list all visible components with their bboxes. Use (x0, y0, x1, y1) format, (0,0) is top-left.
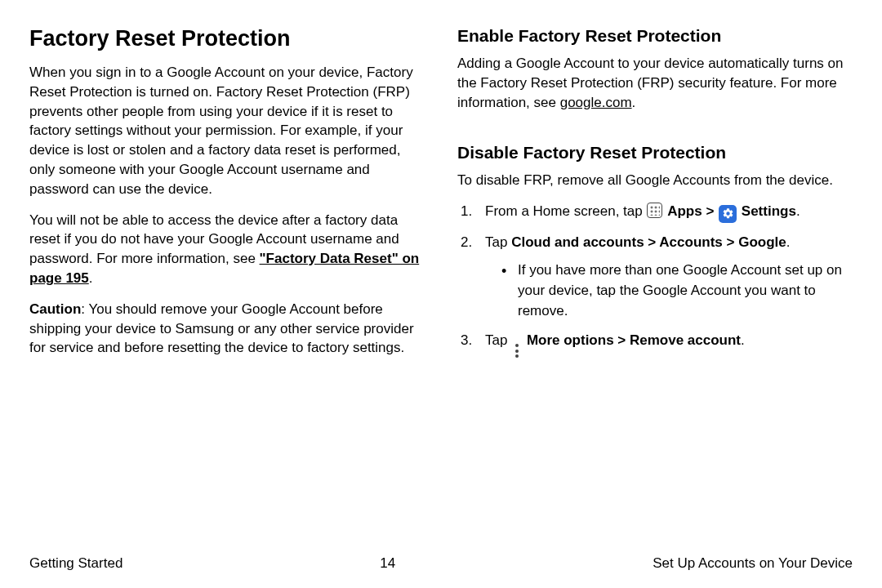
step2-sublist: If you have more than one Google Account… (485, 261, 853, 321)
settings-icon (719, 205, 737, 223)
page-title: Factory Reset Protection (29, 26, 425, 51)
step3-tail: . (741, 332, 745, 348)
caution-text: : You should remove your Google Account … (29, 301, 414, 356)
step-2: Tap Cloud and accounts > Accounts > Goog… (461, 233, 853, 322)
disable-paragraph: To disable FRP, remove all Google Accoun… (457, 171, 853, 190)
p2-text-b: . (89, 270, 93, 286)
enable-heading: Enable Factory Reset Protection (457, 26, 853, 46)
step2-tail: . (786, 234, 791, 250)
footer-left: Getting Started (29, 555, 122, 572)
more-options-icon (513, 343, 521, 359)
intro-paragraph-1: When you sign in to a Google Account on … (29, 63, 425, 199)
disable-heading: Disable Factory Reset Protection (457, 143, 853, 163)
step1-tail: . (796, 203, 800, 219)
enable-paragraph: Adding a Google Account to your device a… (457, 54, 853, 112)
step2-bullet: If you have more than one Google Account… (501, 261, 853, 321)
apps-icon (647, 203, 662, 218)
caution-paragraph: Caution: You should remove your Google A… (29, 300, 425, 358)
caution-label: Caution (29, 301, 81, 317)
step1-settings-label: Settings (742, 203, 796, 219)
enable-tail: . (632, 95, 636, 110)
step-1: From a Home screen, tap Apps > Settings. (461, 202, 853, 223)
step2-text-a: Tap (485, 234, 511, 250)
step-3: Tap More options > Remove account. (461, 331, 853, 359)
right-column: Enable Factory Reset Protection Adding a… (457, 26, 853, 549)
steps-list: From a Home screen, tap Apps > Settings.… (457, 202, 853, 359)
disable-section: Disable Factory Reset Protection To disa… (457, 143, 853, 368)
page-content: Factory Reset Protection When you sign i… (29, 26, 853, 549)
page-footer: Getting Started 14 Set Up Accounts on Yo… (29, 549, 853, 572)
enable-text: Adding a Google Account to your device a… (457, 56, 844, 110)
step1-text-a: From a Home screen, tap (485, 203, 646, 219)
google-link[interactable]: google.com (560, 95, 632, 110)
intro-paragraph-2: You will not be able to access the devic… (29, 211, 425, 288)
footer-right: Set Up Accounts on Your Device (653, 555, 853, 572)
step3-text-a: Tap (485, 332, 511, 348)
step1-apps-label: Apps (667, 203, 702, 219)
step2-path: Cloud and accounts > Accounts > Google (511, 234, 786, 250)
step1-sep: > (702, 203, 718, 219)
step3-path: More options > Remove account (527, 332, 741, 348)
left-column: Factory Reset Protection When you sign i… (29, 26, 425, 549)
footer-page-number: 14 (380, 555, 395, 572)
